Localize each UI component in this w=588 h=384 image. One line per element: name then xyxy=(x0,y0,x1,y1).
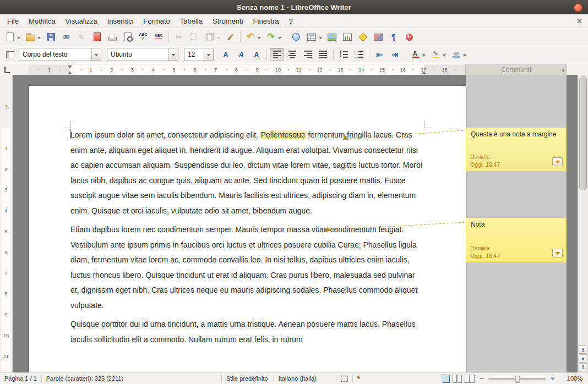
undo-button[interactable]: ↶ xyxy=(243,30,263,43)
autospellcheck-icon: ABC~~~ xyxy=(153,32,164,42)
clone-formatting-button[interactable] xyxy=(223,30,237,43)
window-title: Senza nome 1 - LibreOffice Writer xyxy=(237,3,351,12)
align-justify-button[interactable] xyxy=(316,48,330,61)
margin-comment[interactable]: Questa è una nota a margine Daniele Oggi… xyxy=(466,127,567,172)
chevron-down-icon[interactable] xyxy=(204,48,213,61)
highlighting-button[interactable]: ✎ xyxy=(428,48,448,61)
underline-button[interactable]: A xyxy=(249,48,264,61)
styles-sidebar-button[interactable] xyxy=(3,48,17,61)
export-pdf-button[interactable] xyxy=(90,30,104,43)
menu-file[interactable]: File xyxy=(2,15,24,27)
table-button[interactable] xyxy=(304,30,324,43)
decrease-indent-button[interactable]: ⇤ xyxy=(372,48,386,61)
bold-icon: A xyxy=(220,50,231,60)
single-page-view-button[interactable] xyxy=(443,375,450,383)
menu-formato[interactable]: Formato xyxy=(138,15,175,27)
image-button[interactable] xyxy=(325,30,339,43)
selection-mode-button[interactable] xyxy=(336,373,352,384)
chart-button[interactable] xyxy=(340,30,355,43)
menubar: FileModificaVisualizzaInserisciFormatoTa… xyxy=(0,14,588,28)
comment-menu-button[interactable] xyxy=(552,157,563,166)
next-page-button[interactable]: ▲▲ xyxy=(579,363,587,371)
ruler-number: 11 xyxy=(3,354,8,359)
toolbar-separator xyxy=(405,49,405,60)
double-chevron-down-icon: ▲▲ xyxy=(581,365,585,370)
menu-finestra[interactable]: Finestra xyxy=(248,15,284,27)
font-color-button[interactable]: A xyxy=(408,48,427,61)
scrollbar-thumb[interactable] xyxy=(579,76,587,190)
text-language[interactable]: Italiano (Italia) xyxy=(274,373,336,384)
copy-button xyxy=(187,30,202,43)
comments-collapse-icon[interactable] xyxy=(559,68,564,73)
font-size-value: 12 xyxy=(184,48,204,61)
comments-header-button[interactable]: Commenti xyxy=(465,64,567,75)
document-close-icon[interactable]: ✕ xyxy=(576,17,582,25)
align-center-button[interactable] xyxy=(285,48,300,61)
window-close-button[interactable] xyxy=(574,3,582,12)
email-button[interactable]: ✉ xyxy=(59,30,73,43)
page-indicator[interactable]: Pagina 1 / 1 xyxy=(0,373,41,384)
bullet-list-button[interactable]: ••• xyxy=(352,48,366,61)
zoom-slider-thumb[interactable] xyxy=(515,376,520,383)
background-color-button[interactable] xyxy=(449,48,468,61)
new-document-button[interactable] xyxy=(3,30,22,43)
paragraph-style-combobox[interactable]: Corpo del testo xyxy=(19,48,101,61)
print-button[interactable] xyxy=(105,30,119,43)
font-name-combobox[interactable]: Ubuntu xyxy=(107,48,178,61)
align-right-button[interactable] xyxy=(301,48,315,61)
italic-button[interactable]: A xyxy=(234,48,248,61)
tab-stop-type-icon[interactable] xyxy=(4,67,10,73)
first-line-indent-marker[interactable] xyxy=(68,65,72,68)
menu-inserisci[interactable]: Inserisci xyxy=(102,15,139,27)
page-text[interactable]: Lorem ipsum dolor sit amet, consectetur … xyxy=(70,128,424,351)
draw-functions-button[interactable] xyxy=(356,30,370,43)
vertical-scrollbar[interactable]: ▲▲ ▲▲ xyxy=(578,75,588,373)
chevron-down-icon[interactable] xyxy=(91,48,101,61)
spellcheck-button[interactable]: ABC✓ xyxy=(136,30,150,43)
multi-page-view-button[interactable] xyxy=(453,375,462,383)
book-view-button[interactable] xyxy=(465,375,475,383)
update-button[interactable]: ↻ xyxy=(402,30,416,43)
comment-menu-button[interactable] xyxy=(552,249,563,257)
menu-strumenti[interactable]: Strumenti xyxy=(208,15,248,27)
previous-page-button[interactable]: ▲▲ xyxy=(579,345,587,354)
increase-indent-button[interactable]: ⇥ xyxy=(388,48,402,61)
paragraph: Quisque porttitor dui id urna tincidunt,… xyxy=(70,317,424,347)
comment-text: Nota xyxy=(466,218,566,228)
margin-comment[interactable]: Nota Daniele Oggi, 18.47 xyxy=(466,217,567,263)
gallery-button[interactable] xyxy=(371,30,385,43)
hyperlink-button[interactable] xyxy=(289,30,303,43)
left-indent-marker[interactable] xyxy=(68,72,72,74)
zoom-slider[interactable] xyxy=(488,378,546,380)
menu-modifica[interactable]: Modifica xyxy=(24,15,60,27)
ruler-number: 3 xyxy=(4,187,7,193)
zoom-in-button[interactable]: + xyxy=(548,375,557,383)
bold-button[interactable]: A xyxy=(219,48,233,61)
cut-button: ✂ xyxy=(172,30,186,43)
document-page[interactable]: Lorem ipsum dolor sit amet, consectetur … xyxy=(29,86,466,373)
autospellcheck-button[interactable]: ABC~~~ xyxy=(151,30,166,43)
word-count[interactable]: Parole (caratteri): 325 (2211) xyxy=(42,373,221,384)
menu-tabella[interactable]: Tabella xyxy=(175,15,208,27)
menu-visualizza[interactable]: Visualizza xyxy=(60,15,102,27)
print-preview-button[interactable] xyxy=(121,30,135,43)
document-modified-indicator[interactable]: * xyxy=(353,373,364,384)
menu-help[interactable]: ? xyxy=(284,15,298,27)
chevron-down-icon[interactable] xyxy=(168,48,178,61)
navigation-button[interactable] xyxy=(579,354,587,363)
ruler-number: 14 xyxy=(358,67,364,73)
toolbar-separator xyxy=(168,31,169,42)
zoom-level[interactable]: 100% xyxy=(557,375,588,382)
vertical-ruler: 11234567891011 xyxy=(0,75,13,373)
redo-button[interactable]: ↷ xyxy=(264,30,283,43)
double-chevron-up-icon: ▲▲ xyxy=(581,348,585,352)
zoom-out-button[interactable]: − xyxy=(477,375,486,383)
page-style[interactable]: Stile predefinito xyxy=(222,373,274,384)
align-left-button[interactable] xyxy=(270,48,284,61)
open-button[interactable] xyxy=(23,30,42,43)
numbered-list-button[interactable]: 123 xyxy=(336,48,351,61)
formatting-marks-button[interactable]: ¶ xyxy=(386,30,401,43)
font-size-combobox[interactable]: 12 xyxy=(184,48,214,61)
save-button[interactable] xyxy=(43,30,58,43)
ruler-number: 18 xyxy=(442,67,447,73)
